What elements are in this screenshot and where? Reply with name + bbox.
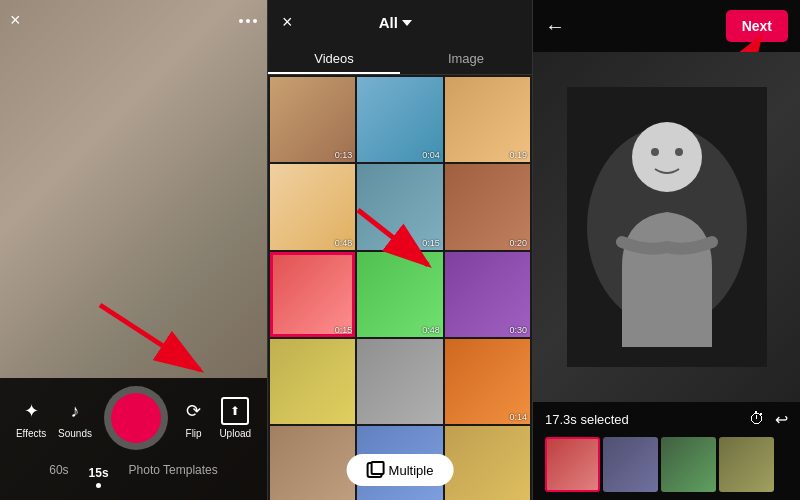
list-item[interactable]: 0:48	[270, 164, 355, 249]
list-item[interactable]: 0:48	[357, 252, 442, 337]
multiple-button[interactable]: Multiple	[347, 454, 454, 486]
camera-close-button[interactable]: ×	[10, 10, 21, 31]
preview-image	[533, 52, 800, 402]
chevron-down-icon	[402, 20, 412, 26]
tab-videos[interactable]: Videos	[268, 45, 400, 74]
selected-duration-text: 17.3s selected	[545, 412, 629, 427]
gallery-title-text: All	[379, 14, 398, 31]
effects-control[interactable]: ✦ Effects	[16, 397, 46, 439]
list-item[interactable]: 0:13	[270, 77, 355, 162]
timer-icon[interactable]: ⏱	[749, 410, 765, 429]
more-options-icon[interactable]	[239, 19, 257, 23]
preview-main-area	[533, 52, 800, 402]
preview-panel: ← Next	[533, 0, 800, 500]
list-item[interactable]: 0:04	[357, 77, 442, 162]
upload-label: Upload	[219, 428, 251, 439]
camera-top-bar: ×	[10, 10, 257, 31]
thumb-duration: 0:48	[422, 325, 440, 335]
svg-point-9	[651, 148, 659, 156]
list-item[interactable]: 0:19	[445, 426, 530, 500]
thumb-duration: 0:48	[335, 238, 353, 248]
list-item[interactable]: 0:19	[445, 77, 530, 162]
gallery-close-button[interactable]: ×	[282, 12, 293, 33]
sounds-control[interactable]: ♪ Sounds	[58, 397, 92, 439]
record-button[interactable]	[104, 386, 168, 450]
preview-back-button[interactable]: ←	[545, 15, 565, 38]
sounds-icon: ♪	[61, 397, 89, 425]
next-button[interactable]: Next	[726, 10, 788, 42]
gallery-grid: 0:13 0:04 0:19 0:48 0:15 0:20 0:15 0:48 …	[268, 75, 532, 500]
controls-row: ✦ Effects ♪ Sounds ⟳ Flip ⬆ Upload	[0, 386, 267, 458]
mode-15s-container: 15s	[89, 463, 109, 488]
thumb-duration: 0:15	[422, 238, 440, 248]
svg-point-8	[632, 122, 702, 192]
multiple-icon	[367, 462, 383, 478]
thumb-duration: 0:30	[509, 325, 527, 335]
filmstrip-thumb[interactable]	[719, 437, 774, 492]
upload-control[interactable]: ⬆ Upload	[219, 397, 251, 439]
tab-image[interactable]: Image	[400, 45, 532, 74]
gallery-title-dropdown[interactable]: All	[379, 14, 412, 31]
list-item[interactable]: 0:15	[357, 164, 442, 249]
active-mode-dot	[96, 483, 101, 488]
mode-15s[interactable]: 15s	[89, 466, 109, 480]
mode-photo-templates[interactable]: Photo Templates	[129, 463, 218, 488]
list-item[interactable]: 0:15	[270, 252, 355, 337]
camera-panel: × ✦ Effects ♪ Sounds ⟳	[0, 0, 267, 500]
thumb-duration: 0:20	[509, 238, 527, 248]
thumb-duration: 0:13	[335, 150, 353, 160]
list-item[interactable]: 0:14	[445, 339, 530, 424]
thumb-duration: 0:14	[509, 412, 527, 422]
thumb-duration: 0:19	[509, 150, 527, 160]
list-item[interactable]: 0:32	[270, 426, 355, 500]
preview-action-icons: ⏱ ↩	[749, 410, 788, 429]
preview-header: ← Next	[533, 0, 800, 52]
mode-tabs: 60s 15s Photo Templates	[0, 458, 267, 490]
sounds-label: Sounds	[58, 428, 92, 439]
share-icon[interactable]: ↩	[775, 410, 788, 429]
thumb-duration: 0:04	[422, 150, 440, 160]
record-btn-inner	[111, 393, 161, 443]
list-item[interactable]	[270, 339, 355, 424]
person-illustration	[567, 87, 767, 367]
gallery-panel: × All Videos Image 0:13 0:04 0:19 0:48 0…	[267, 0, 533, 500]
flip-control[interactable]: ⟳ Flip	[180, 397, 208, 439]
effects-label: Effects	[16, 428, 46, 439]
gallery-header: × All	[268, 0, 532, 45]
gallery-tabs: Videos Image	[268, 45, 532, 75]
filmstrip-thumb[interactable]	[603, 437, 658, 492]
filmstrip-thumb[interactable]	[661, 437, 716, 492]
svg-point-10	[675, 148, 683, 156]
preview-status-bar: 17.3s selected ⏱ ↩	[545, 410, 788, 429]
multiple-label: Multiple	[389, 463, 434, 478]
list-item[interactable]	[357, 339, 442, 424]
filmstrip-thumb[interactable]	[545, 437, 600, 492]
thumb-duration: 0:15	[335, 325, 353, 335]
filmstrip	[545, 437, 788, 492]
list-item[interactable]: 0:30	[445, 252, 530, 337]
flip-icon: ⟳	[180, 397, 208, 425]
upload-icon: ⬆	[221, 397, 249, 425]
list-item[interactable]: 0:20	[445, 164, 530, 249]
preview-footer: 17.3s selected ⏱ ↩	[533, 402, 800, 500]
mode-60s[interactable]: 60s	[49, 463, 68, 488]
camera-bottom-controls: ✦ Effects ♪ Sounds ⟳ Flip ⬆ Upload 60s 1…	[0, 378, 267, 500]
flip-label: Flip	[186, 428, 202, 439]
effects-icon: ✦	[17, 397, 45, 425]
